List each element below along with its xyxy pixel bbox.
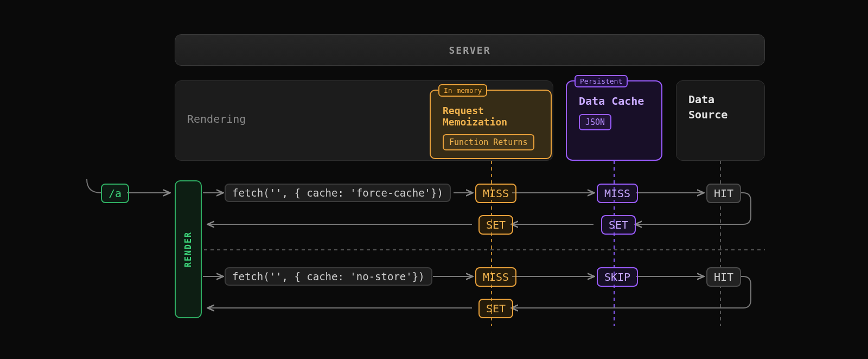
datacache-tag: Persistent bbox=[575, 75, 628, 87]
cache-result-2: SKIP bbox=[597, 267, 638, 287]
render-label: RENDER bbox=[183, 231, 193, 267]
memo-sub-chip: Function Returns bbox=[443, 134, 534, 150]
datasource-title-1: Data bbox=[688, 93, 714, 106]
server-label: SERVER bbox=[449, 45, 490, 56]
memo-result-1: MISS bbox=[475, 184, 516, 203]
datasource-title-2: Source bbox=[688, 108, 727, 121]
cache-set-1: SET bbox=[601, 215, 636, 235]
datacache-chip: JSON bbox=[579, 114, 611, 130]
memo-set-2: SET bbox=[478, 299, 513, 318]
memo-set-1: SET bbox=[478, 215, 513, 235]
render-box: RENDER bbox=[175, 180, 202, 318]
memo-result-2: MISS bbox=[475, 267, 516, 287]
server-header: SERVER bbox=[175, 34, 765, 66]
source-result-1: HIT bbox=[706, 184, 741, 203]
cache-result-1: MISS bbox=[597, 184, 638, 203]
datacache-title: Data Cache bbox=[579, 95, 649, 108]
data-source-panel: Data Source bbox=[676, 80, 765, 161]
fetch-code-2: fetch('', { cache: 'no-store'}) bbox=[225, 267, 432, 286]
data-cache-panel: Persistent Data Cache JSON bbox=[566, 80, 662, 161]
source-result-2: HIT bbox=[706, 267, 741, 287]
route-badge: /a bbox=[101, 184, 129, 203]
memo-tag: In-memory bbox=[438, 84, 487, 97]
request-memoization-panel: In-memory Request Memoization Function R… bbox=[430, 90, 552, 159]
fetch-code-1: fetch('', { cache: 'force-cache'}) bbox=[225, 184, 451, 202]
memo-title: Request Memoization bbox=[443, 105, 539, 128]
